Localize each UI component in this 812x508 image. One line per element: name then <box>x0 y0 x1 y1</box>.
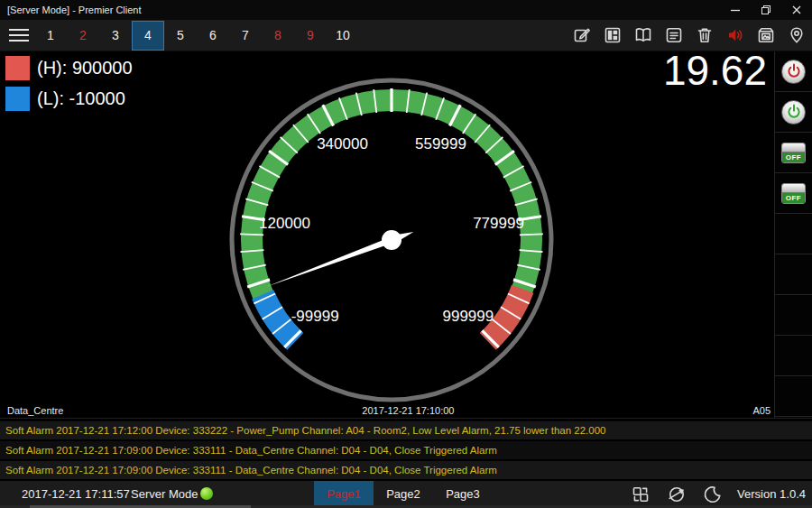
alarm-list: Soft Alarm 2017-12-21 17:12:00 Device: 3… <box>0 418 812 481</box>
current-value-readout: 19.62 <box>663 46 767 95</box>
tab-9[interactable]: 9 <box>294 21 327 51</box>
sidebar-cell-9 <box>775 376 812 417</box>
tab-7[interactable]: 7 <box>229 21 262 51</box>
switch-state-label: OFF <box>782 193 805 204</box>
sidebar-cell-1[interactable] <box>775 51 812 92</box>
alarm-row[interactable]: Soft Alarm 2017-12-21 17:12:00 Device: 3… <box>0 421 812 439</box>
status-clock: 2017-12-21 17:11:57 <box>22 487 130 501</box>
rocker-switch[interactable]: OFF <box>781 183 806 204</box>
gauge-tick-label: 999999 <box>442 308 494 325</box>
gauge-hub <box>382 230 401 250</box>
tab-6[interactable]: 6 <box>197 21 229 51</box>
page-tab-page3[interactable]: Page3 <box>433 481 493 508</box>
title-bar: [Server Mode] - Premier Client <box>0 0 812 20</box>
swap-layout-icon[interactable] <box>623 481 659 508</box>
gauge-tick-label: 559999 <box>415 135 466 152</box>
premier-client-window: [Server Mode] - Premier Client 123456789… <box>0 0 812 508</box>
sync-icon[interactable] <box>659 481 695 508</box>
switch-state-label: OFF <box>782 152 805 163</box>
gauge-tick-label: 779999 <box>473 215 524 232</box>
sidebar-cell-8 <box>775 336 812 376</box>
location-icon[interactable] <box>781 20 812 51</box>
tab-5[interactable]: 5 <box>164 21 197 51</box>
gauge-panel: (H): 900000(L): -10000 19.62 -9999912000… <box>0 51 812 418</box>
server-status-indicator <box>200 487 213 500</box>
sidebar-cell-2[interactable] <box>775 92 812 133</box>
gauge-minor-tick <box>240 234 263 235</box>
page-tabs: Page1Page2Page3 <box>314 481 493 508</box>
tab-8[interactable]: 8 <box>262 21 294 51</box>
tab-1[interactable]: 1 <box>34 21 67 51</box>
power-button[interactable] <box>781 60 806 84</box>
control-sidebar: OFFOFF <box>774 51 812 418</box>
legend-label: (L): -10000 <box>37 88 125 109</box>
page-number-tabs: 12345678910 <box>34 21 359 51</box>
sidebar-cell-7 <box>775 295 812 336</box>
restore-button[interactable] <box>751 0 781 20</box>
gauge-tick-label: 340000 <box>317 135 368 152</box>
sidebar-cell-4[interactable]: OFF <box>775 173 812 214</box>
device-name: Data_Centre <box>0 405 63 416</box>
legend-item-low: (L): -10000 <box>5 87 133 111</box>
gauge-legend: (H): 900000(L): -10000 <box>5 56 133 117</box>
tab-4[interactable]: 4 <box>132 21 164 51</box>
status-bar-icons <box>623 481 731 508</box>
window-controls <box>720 0 812 20</box>
legend-label: (H): 900000 <box>37 58 133 79</box>
legend-swatch <box>5 87 30 111</box>
minimize-button[interactable] <box>720 0 751 20</box>
switch-rocker <box>782 184 805 193</box>
tab-10[interactable]: 10 <box>327 21 359 51</box>
sidebar-cell-3[interactable]: OFF <box>775 133 812 173</box>
sidebar-cell-5 <box>775 214 812 254</box>
sample-timestamp: 2017-12-21 17:10:00 <box>63 405 752 416</box>
logbook-icon[interactable] <box>628 20 659 51</box>
legend-item-high: (H): 900000 <box>5 56 133 80</box>
page-tab-page1[interactable]: Page1 <box>314 481 374 508</box>
version-label: Version 1.0.4 <box>737 487 806 501</box>
hamburger-menu-icon[interactable] <box>9 26 31 44</box>
alarm-row[interactable]: Soft Alarm 2017-12-21 17:09:00 Device: 3… <box>0 441 812 459</box>
layout-icon[interactable] <box>597 20 628 51</box>
tab-3[interactable]: 3 <box>99 21 132 51</box>
close-button[interactable] <box>781 0 812 20</box>
tab-2[interactable]: 2 <box>67 21 99 51</box>
legend-swatch <box>5 56 30 80</box>
gauge-footer: Data_Centre 2017-12-21 17:10:00 A05 <box>0 405 772 416</box>
server-mode-label: Server Mode <box>131 487 198 501</box>
gauge-minor-tick <box>520 234 543 235</box>
gauge-needle <box>266 237 392 287</box>
status-bar: 2017-12-21 17:11:57 Server Mode Page1Pag… <box>0 481 812 508</box>
window-title: [Server Mode] - Premier Client <box>0 5 142 15</box>
gauge-tick-label: -99999 <box>291 308 339 325</box>
rocker-switch[interactable]: OFF <box>781 143 806 163</box>
edit-icon[interactable] <box>567 20 597 51</box>
page-tab-page2[interactable]: Page2 <box>374 481 433 508</box>
power-button[interactable] <box>781 100 806 125</box>
night-mode-icon[interactable] <box>695 481 731 508</box>
gauge-tick-label: 120000 <box>259 215 310 232</box>
channel-code: A05 <box>752 405 772 416</box>
alarm-row[interactable]: Soft Alarm 2017-12-21 17:09:00 Device: 3… <box>0 461 812 479</box>
switch-rocker <box>782 143 805 152</box>
sidebar-cell-6 <box>775 254 812 295</box>
